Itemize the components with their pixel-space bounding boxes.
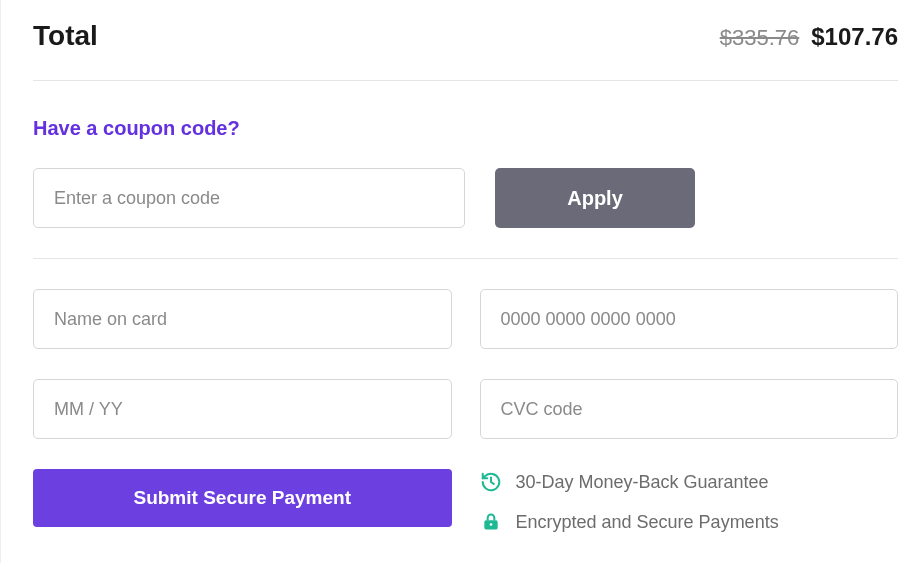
payment-section: Submit Secure Payment 30-Day Money-Back … [33,259,898,533]
submit-payment-button[interactable]: Submit Secure Payment [33,469,452,527]
coupon-toggle-link[interactable]: Have a coupon code? [33,117,898,140]
card-number-input[interactable] [480,289,899,349]
guarantees: 30-Day Money-Back Guarantee Encrypted an… [480,469,899,533]
coupon-section: Have a coupon code? Apply [33,81,898,259]
history-icon [480,471,502,493]
original-price: $335.76 [720,25,800,51]
secure-payments: Encrypted and Secure Payments [480,511,899,533]
coupon-input[interactable] [33,168,465,228]
submit-row: Submit Secure Payment 30-Day Money-Back … [33,469,898,533]
lock-icon [480,511,502,533]
money-back-guarantee: 30-Day Money-Back Guarantee [480,471,899,493]
money-back-text: 30-Day Money-Back Guarantee [516,472,769,493]
svg-point-1 [489,523,492,526]
coupon-row: Apply [33,168,898,228]
card-name-number-row [33,289,898,349]
total-row: Total $335.76 $107.76 [33,20,898,81]
cvc-input[interactable] [480,379,899,439]
name-on-card-input[interactable] [33,289,452,349]
total-label: Total [33,20,98,52]
apply-button[interactable]: Apply [495,168,695,228]
secure-payments-text: Encrypted and Secure Payments [516,512,779,533]
expiry-input[interactable] [33,379,452,439]
price-group: $335.76 $107.76 [720,23,898,51]
card-expiry-cvc-row [33,379,898,439]
final-price: $107.76 [811,23,898,51]
